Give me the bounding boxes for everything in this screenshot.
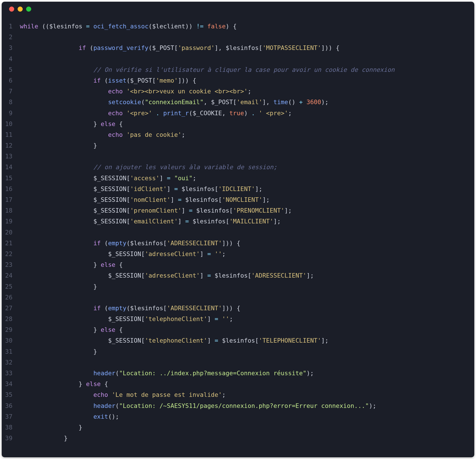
code-line[interactable]: while (($lesinfos = oci_fetch_assoc($lec… — [20, 21, 395, 32]
line-number: 1 — [2, 21, 12, 32]
code-line[interactable]: } — [20, 346, 395, 357]
code-line[interactable]: $_SESSION['adresseClient'] = ''; — [20, 249, 395, 259]
line-number: 13 — [2, 151, 12, 162]
close-icon[interactable] — [9, 7, 14, 12]
code-line[interactable]: } — [20, 281, 395, 292]
line-number: 12 — [2, 140, 12, 151]
line-number: 10 — [2, 119, 12, 129]
line-number: 29 — [2, 324, 12, 335]
line-number: 3 — [2, 43, 12, 53]
code-line[interactable]: $_SESSION['nomClient'] = $lesinfos['NOMC… — [20, 194, 395, 205]
line-number: 24 — [2, 270, 12, 281]
line-number: 9 — [2, 108, 12, 119]
line-number: 21 — [2, 238, 12, 249]
code-line[interactable]: } else { — [20, 259, 395, 270]
code-editor[interactable]: 1234567891011121314151617181920212223242… — [2, 16, 474, 449]
line-number: 19 — [2, 216, 12, 227]
line-number: 5 — [2, 64, 12, 75]
line-number: 15 — [2, 173, 12, 184]
line-number: 23 — [2, 259, 12, 270]
code-line[interactable]: $_SESSION['prenomClient'] = $lesinfos['P… — [20, 205, 395, 216]
code-line[interactable]: echo 'pas de cookie'; — [20, 129, 395, 140]
line-number: 16 — [2, 184, 12, 194]
line-number: 8 — [2, 97, 12, 108]
code-line[interactable]: $_SESSION['emailClient'] = $lesinfos['MA… — [20, 216, 395, 227]
line-number: 39 — [2, 433, 12, 444]
line-number: 17 — [2, 194, 12, 205]
code-line[interactable]: if (empty($lesinfos['ADRESSECLIENT'])) { — [20, 238, 395, 249]
line-number: 11 — [2, 129, 12, 140]
code-line[interactable]: if (password_verify($_POST['password'], … — [20, 43, 395, 53]
code-line[interactable] — [20, 54, 395, 64]
line-number: 37 — [2, 411, 12, 422]
window-titlebar — [2, 2, 474, 16]
code-line[interactable]: $_SESSION['telephoneClient'] = $lesinfos… — [20, 335, 395, 346]
line-number: 38 — [2, 422, 12, 433]
line-number: 14 — [2, 162, 12, 173]
line-number: 25 — [2, 281, 12, 292]
code-line[interactable]: $_SESSION['idClient'] = $lesinfos['IDCLI… — [20, 184, 395, 194]
code-line[interactable] — [20, 227, 395, 238]
code-line[interactable]: setcookie("connexionEmail", $_POST['emai… — [20, 97, 395, 108]
code-window: 1234567891011121314151617181920212223242… — [2, 2, 474, 457]
line-number: 18 — [2, 205, 12, 216]
line-number: 27 — [2, 303, 12, 314]
minimize-icon[interactable] — [18, 7, 23, 12]
line-number: 33 — [2, 368, 12, 379]
line-number: 34 — [2, 379, 12, 389]
code-line[interactable]: // On vérifie si l'utilisateur à cliquer… — [20, 64, 395, 75]
code-line[interactable] — [20, 357, 395, 368]
code-line[interactable]: } — [20, 433, 395, 444]
code-line[interactable]: exit(); — [20, 411, 395, 422]
code-line[interactable]: } else { — [20, 379, 395, 389]
line-number: 31 — [2, 346, 12, 357]
line-number: 30 — [2, 335, 12, 346]
code-line[interactable]: echo 'Le mot de passe est invalide'; — [20, 389, 395, 400]
line-number: 32 — [2, 357, 12, 368]
line-number: 35 — [2, 389, 12, 400]
line-number: 7 — [2, 86, 12, 97]
code-line[interactable]: // on ajouter les valeurs àla variable d… — [20, 162, 395, 173]
code-line[interactable]: } else { — [20, 324, 395, 335]
line-number-gutter: 1234567891011121314151617181920212223242… — [2, 21, 15, 444]
code-line[interactable]: $_SESSION['adresseClient'] = $lesinfos['… — [20, 270, 395, 281]
line-number: 36 — [2, 401, 12, 411]
line-number: 28 — [2, 314, 12, 324]
line-number: 22 — [2, 249, 12, 259]
line-number: 26 — [2, 292, 12, 303]
code-line[interactable]: header("Location: /~SAESYS11/pages/conne… — [20, 401, 395, 411]
code-line[interactable] — [20, 292, 395, 303]
code-line[interactable]: echo '<pre>' . print_r($_COOKIE, true) .… — [20, 108, 395, 119]
code-line[interactable]: } else { — [20, 119, 395, 129]
code-line[interactable]: } — [20, 140, 395, 151]
line-number: 4 — [2, 54, 12, 64]
code-line[interactable]: $_SESSION['access'] = "oui"; — [20, 173, 395, 184]
code-line[interactable]: if (empty($lesinfos['ADRESSECLIENT'])) { — [20, 303, 395, 314]
code-line[interactable]: header("Location: ../index.php?message=C… — [20, 368, 395, 379]
code-line[interactable] — [20, 151, 395, 162]
code-line[interactable]: echo '<br><br>veux un cookie <br><br>'; — [20, 86, 395, 97]
line-number: 6 — [2, 75, 12, 86]
zoom-icon[interactable] — [26, 7, 31, 12]
code-line[interactable]: } — [20, 422, 395, 433]
code-line[interactable]: $_SESSION['telephoneClient'] = ''; — [20, 314, 395, 324]
line-number: 2 — [2, 32, 12, 43]
line-number: 20 — [2, 227, 12, 238]
code-line[interactable] — [20, 32, 395, 43]
code-content[interactable]: while (($lesinfos = oci_fetch_assoc($lec… — [15, 21, 395, 444]
code-line[interactable]: if (isset($_POST['memo'])) { — [20, 75, 395, 86]
